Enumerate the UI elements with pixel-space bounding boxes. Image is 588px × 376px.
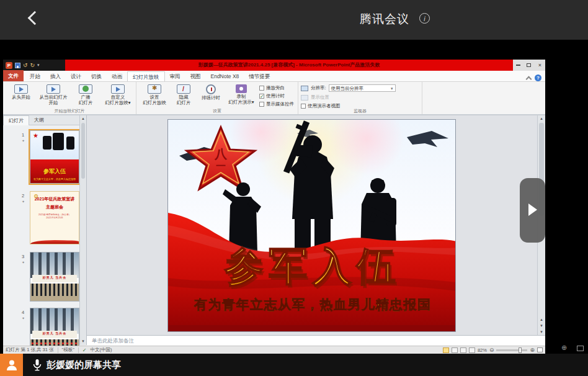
slide-number: 3 (22, 254, 24, 259)
avatar[interactable] (0, 354, 23, 376)
use-timings-checkbox[interactable]: ✓ 使用计时 (259, 93, 294, 99)
tab-animations[interactable]: 动画 (107, 71, 127, 81)
current-slide[interactable]: 八 一 (167, 119, 456, 332)
help-icon[interactable]: ? (535, 74, 541, 81)
collapse-ribbon-icon[interactable] (526, 76, 532, 82)
tab-home[interactable]: 开始 (25, 71, 45, 81)
monitor-play-icon (47, 84, 60, 94)
tab-insert[interactable]: 插入 (45, 71, 66, 81)
normal-view-button[interactable] (443, 347, 449, 353)
record-slideshow-button[interactable]: 录制 幻灯片演示▾ (226, 83, 257, 108)
mic-icon[interactable] (33, 359, 42, 371)
tab-transitions[interactable]: 切换 (86, 71, 107, 81)
minimize-button[interactable] (514, 61, 522, 69)
close-button[interactable]: × (536, 61, 544, 69)
chevron-down-icon: ▾ (391, 85, 393, 91)
show-media-controls-checkbox[interactable]: 显示媒体控件 (259, 101, 294, 107)
reading-view-button[interactable] (460, 347, 466, 353)
transition-star-icon: ✦ (22, 199, 25, 204)
tab-review[interactable]: 审阅 (165, 71, 185, 81)
poster-subtitle: 有为青年立志从军，热血男儿精忠报国 (194, 297, 432, 311)
broadcast-slideshow-button[interactable]: 广播 幻灯片 (70, 83, 101, 108)
from-current-slide-button[interactable]: 从当前幻灯片 开始 (38, 83, 69, 108)
maximize-button[interactable] (525, 61, 533, 69)
powerpoint-app-icon[interactable]: P (6, 62, 12, 69)
resolution-icon (301, 86, 308, 91)
play-narrations-checkbox[interactable]: 播放旁白 (259, 85, 294, 91)
thumb-line: 2021级 物理学院学生（班会课） (33, 213, 76, 216)
thumb-line: 主题班会 (30, 204, 79, 210)
slide-number: 2 (22, 193, 24, 199)
scroll-up-icon[interactable]: ▲ (80, 115, 86, 122)
record-icon (236, 84, 247, 93)
ribbon-group-setup: 设置 幻灯片放映 隐藏 幻灯片 排练计时 录制 幻灯片演示▾ (136, 82, 298, 114)
slideshow-view-button[interactable] (469, 347, 475, 353)
save-icon[interactable] (15, 63, 20, 68)
hide-slide-button[interactable]: 隐藏 幻灯片 (171, 83, 196, 108)
ribbon-tab-row: 文件 开始 插入 设计 切换 动画 幻灯片放映 审阅 视图 EndNote X8… (3, 71, 545, 82)
resolution-dropdown[interactable]: 使用当前分辨率 ▾ (329, 84, 396, 92)
star-icon: ★ (33, 132, 38, 139)
thumb-line: 2021年4月25日 (30, 216, 79, 219)
next-page-button[interactable] (520, 178, 545, 243)
previous-slide-icon[interactable]: ▲ (538, 316, 545, 323)
redo-icon[interactable]: ↻ (30, 60, 35, 71)
tab-view[interactable]: 视图 (185, 71, 206, 81)
transition-star-icon: ✦ (22, 316, 25, 320)
transition-star-icon: ✦ (22, 138, 25, 143)
notes-placeholder[interactable]: 单击此处添加备注 (87, 335, 545, 346)
tab-file[interactable]: 文件 (3, 70, 24, 81)
tab-storyboarding[interactable]: 情节提要 (244, 71, 275, 81)
powerpoint-window: P ↺ ↻ ▾ 彭媛媛—征兵政策宣讲2021.4.25 [兼容模式] - Mic… (3, 60, 545, 354)
slide-thumbnail-1[interactable]: 1 ✦ ★ 参军入伍 有为青年立志从军，热血男儿精忠报国 (30, 130, 79, 184)
overlay-zoom-icon[interactable]: ⊕ (561, 344, 567, 352)
scroll-down-icon[interactable]: ▼ (538, 329, 545, 335)
slide-thumbnail-2[interactable]: 2 ✦ ❂ 2021年征兵政策宣讲 主题班会 2021级 物理学院学生（班会课）… (30, 191, 79, 244)
scroll-down-icon[interactable]: ▼ (80, 338, 86, 344)
zoom-slider[interactable] (496, 349, 527, 351)
meeting-info-icon[interactable]: i (419, 13, 430, 24)
undo-icon[interactable]: ↺ (23, 60, 28, 71)
setup-slideshow-button[interactable]: 设置 幻灯片放映 (139, 83, 170, 108)
setup-checkboxes: 播放旁白 ✓ 使用计时 显示媒体控件 (258, 83, 295, 108)
svg-text:八: 八 (214, 147, 228, 161)
zoom-in-icon[interactable]: ⊕ (530, 347, 535, 353)
fullscreen-icon[interactable] (577, 346, 584, 351)
slide-number: 1 (22, 132, 24, 138)
tab-endnote[interactable]: EndNote X8 (206, 71, 244, 81)
monitor-play-icon (14, 84, 28, 94)
custom-slideshow-button[interactable]: 自定义 幻灯片放映▾ (102, 83, 133, 108)
slides-panel: 幻灯片 大纲 × 1 ✦ ★ 参军入伍 有为青年立志从军，热血男儿精忠报国 2 (3, 115, 87, 345)
window-controls: × (513, 60, 545, 71)
show-on-label: 显示位置 (311, 94, 329, 101)
screen: 腾讯会议 i P ↺ ↻ ▾ 彭媛媛—征兵政策宣讲2021.4.25 [兼容模式… (0, 0, 588, 376)
from-beginning-button[interactable]: 从头开始 (6, 83, 37, 108)
ribbon: 从头开始 从当前幻灯片 开始 广播 幻灯片 自定义 幻灯片放映▾ 开始放映幻灯片 (3, 82, 545, 115)
next-slide-icon[interactable]: ▼ (538, 323, 545, 329)
monitor-icon (111, 84, 125, 94)
tab-slideshow[interactable]: 幻灯片放映 (127, 71, 165, 81)
slide-sorter-view-button[interactable] (452, 347, 458, 353)
panel-tab-slides[interactable]: 幻灯片 (3, 115, 29, 125)
panel-tab-outline[interactable]: 大纲 (29, 115, 49, 125)
monitor-globe-icon (79, 84, 92, 94)
zoom-slider-knob[interactable] (519, 347, 522, 353)
zoom-level: 82% (478, 347, 487, 353)
slide-thumbnail-3[interactable]: 3 ✦ 好男儿 当兵去 (30, 252, 79, 302)
rehearse-timings-button[interactable]: 排练计时 (197, 83, 225, 108)
language-indicator[interactable]: 中文(中国) (91, 347, 112, 353)
group-label-setup: 设置 (136, 108, 298, 114)
photo-banner-text: 好男儿 当兵去 (32, 275, 77, 282)
spellcheck-icon[interactable]: ✓ (82, 347, 87, 353)
scroll-up-icon[interactable]: ▲ (538, 115, 545, 122)
tab-design[interactable]: 设计 (66, 71, 86, 81)
panel-scroll-thumb[interactable] (81, 123, 85, 179)
fit-to-window-icon[interactable] (537, 347, 543, 352)
slide-canvas: 八 一 (87, 115, 537, 335)
ppt-window-title: 彭媛媛—征兵政策宣讲2021.4.25 [兼容模式] - Microsoft P… (65, 60, 513, 71)
group-label-start-slideshow: 开始放映幻灯片 (3, 108, 136, 114)
quick-access-caret-icon[interactable]: ▾ (37, 63, 40, 68)
zoom-out-icon[interactable]: ⊖ (489, 347, 494, 353)
ppt-titlebar: P ↺ ↻ ▾ 彭媛媛—征兵政策宣讲2021.4.25 [兼容模式] - Mic… (3, 60, 545, 71)
panel-scrollbar[interactable]: ▲ ▼ (79, 115, 86, 345)
